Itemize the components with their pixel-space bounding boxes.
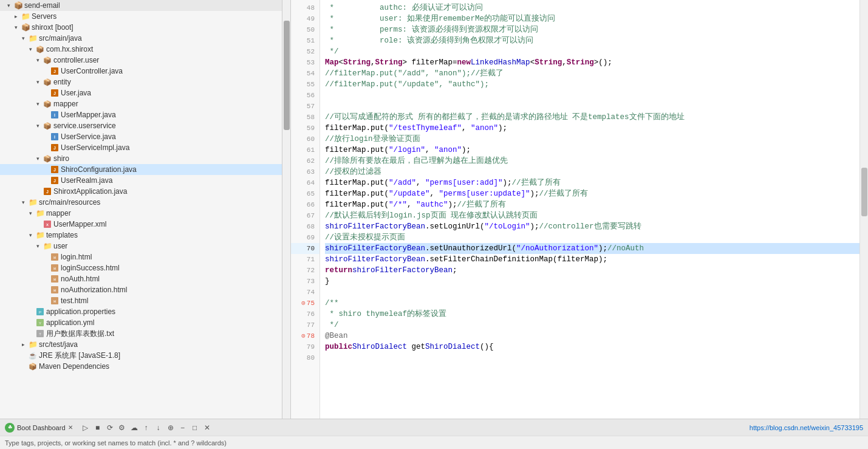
svg-text:H: H	[53, 267, 56, 270]
code-line-68: shiroFilterFactoryBean.setLoginUrl("/toL…	[325, 221, 859, 232]
svg-text:P: P	[39, 310, 41, 314]
tree-item-shiroxt[interactable]: ▾📦shiroxt [boot]	[0, 22, 282, 33]
toolbar-settings[interactable]: ⚙	[117, 422, 128, 433]
bottom-hint: Type tags, projects, or working set name…	[0, 436, 868, 449]
tree-item-send-email[interactable]: ▾📦send-email	[0, 0, 282, 11]
java-icon: J	[43, 187, 52, 196]
tree-item-label: send-email	[24, 1, 60, 10]
toolbar-minimize[interactable]: □	[190, 422, 200, 433]
toolbar-restart[interactable]: ⟳	[104, 422, 115, 433]
svg-text:Y: Y	[39, 321, 41, 325]
tree-item-ShiroxtApplication[interactable]: JShiroxtApplication.java	[0, 186, 282, 197]
line-number-67: 67	[291, 210, 320, 221]
tree-item-UserRealm[interactable]: JUserRealm.java	[0, 175, 282, 186]
toolbar-play[interactable]: ▷	[80, 422, 91, 433]
toolbar-add[interactable]: ⊕	[165, 422, 176, 433]
tree-item-application-yml[interactable]: Yapplication.yml	[0, 317, 282, 328]
tree-item-src-main-java[interactable]: ▾📁src/main/java	[0, 33, 282, 44]
tree-item-ShiroConfiguration[interactable]: JShiroConfiguration.java	[0, 164, 282, 175]
toolbar-cloud[interactable]: ☁	[129, 422, 140, 433]
tree-item-UserService-java[interactable]: IUserService.java	[0, 131, 282, 142]
chevron-icon: ▾	[36, 101, 43, 107]
status-link[interactable]: https://blog.csdn.net/weixin_45733195	[750, 424, 863, 431]
tree-item-src-test-java[interactable]: ▸📁src/test/java	[0, 339, 282, 350]
tree-item-user-data-txt[interactable]: T用户数据库表数据.txt	[0, 328, 282, 339]
code-line-73: }	[325, 276, 859, 287]
code-line-75: /**	[325, 298, 859, 309]
java-icon: J	[50, 143, 60, 153]
folder-icon: 📁	[21, 12, 30, 21]
svg-text:X: X	[46, 223, 49, 227]
tree-item-label: controller.user	[53, 56, 99, 64]
chevron-icon: ▸	[22, 341, 28, 348]
chevron-icon: ▾	[36, 243, 43, 249]
code-line-53: Map<String,String> filterMap=new LinkedH…	[325, 57, 859, 68]
line-number-69: 69	[291, 232, 320, 243]
tree-item-label: mapper	[53, 100, 78, 108]
toolbar-up[interactable]: ↑	[141, 422, 152, 433]
code-editor: 4849505152535455565758596061626364656667…	[291, 0, 868, 419]
tree-item-user-folder[interactable]: ▾📁user	[0, 241, 282, 252]
line-number-70: 70	[291, 243, 320, 254]
code-line-65: filterMap.put("/update", "perms[user:upd…	[325, 188, 859, 199]
code-line-59: filterMap.put("/testThymeleaf", "anon");	[325, 123, 859, 134]
tree-item-UserMapper-xml[interactable]: XUserMapper.xml	[0, 219, 282, 230]
toolbar-close[interactable]: ✕	[202, 422, 213, 433]
line-number-54: 54	[291, 68, 320, 79]
tree-item-service-userservice[interactable]: ▾📦service.userservice	[0, 120, 282, 131]
line-number-57: 57	[291, 101, 320, 112]
tree-item-User-java[interactable]: JUser.java	[0, 87, 282, 98]
tree-item-UserServiceImpl-java[interactable]: JUserServiceImpl.java	[0, 142, 282, 153]
toolbar-down[interactable]: ↓	[153, 422, 164, 433]
tree-item-entity[interactable]: ▾📦entity	[0, 77, 282, 87]
tree-item-shiro[interactable]: ▾📦shiro	[0, 153, 282, 164]
tree-item-test-html[interactable]: Htest.html	[0, 295, 282, 306]
tree-item-label: noAuthorization.html	[61, 286, 127, 294]
code-line-67: //默认拦截后转到login.jsp页面 现在修改默认认跳转页面	[325, 210, 859, 221]
tree-scrollbar[interactable]	[282, 0, 291, 419]
tree-item-noAuthorization-html[interactable]: HnoAuthorization.html	[0, 284, 282, 295]
code-line-48: * authc: 必须认证才可以访问	[325, 2, 859, 13]
folder-icon: 📁	[35, 208, 45, 218]
code-scrollbar[interactable]	[859, 0, 868, 419]
tree-item-application-properties[interactable]: Papplication.properties	[0, 306, 282, 317]
tree-item-maven-deps[interactable]: 📦Maven Dependencies	[0, 361, 282, 372]
code-line-60: //放行login登录验证页面	[325, 134, 859, 145]
line-number-49: 49	[291, 13, 320, 24]
line-number-76: 76	[291, 309, 320, 320]
line-number-52: 52	[291, 46, 320, 57]
tree-item-servers[interactable]: ▸📁Servers	[0, 11, 282, 22]
tree-item-mapper[interactable]: ▾📦mapper	[0, 98, 282, 109]
tree-item-com-hx-shiroxt[interactable]: ▾📦com.hx.shiroxt	[0, 44, 282, 55]
tree-item-loginSuccess-html[interactable]: HloginSuccess.html	[0, 262, 282, 273]
boot-dashboard-tab[interactable]: ☘ Boot Dashboard ✕	[5, 423, 73, 433]
tree-item-mapper-res[interactable]: ▾📁mapper	[0, 208, 282, 219]
tree-item-src-main-resources[interactable]: ▾📁src/main/resources	[0, 197, 282, 208]
toolbar-stop[interactable]: ■	[92, 422, 103, 433]
java-icon: J	[50, 176, 60, 185]
tree-item-label: src/main/java	[39, 34, 82, 43]
tree-item-label: JRE 系统库 [JavaSE-1.8]	[39, 351, 120, 361]
jre-icon: ☕	[28, 351, 38, 360]
tree-item-jre-sys[interactable]: ☕JRE 系统库 [JavaSE-1.8]	[0, 350, 282, 361]
tree-item-controller-user[interactable]: ▾📦controller.user	[0, 55, 282, 66]
line-number-78: ⊙78	[291, 331, 320, 341]
main-container: ▾📦send-email▸📁Servers▾📦shiroxt [boot]▾📁s…	[0, 0, 868, 419]
tree-item-label: test.html	[61, 296, 88, 305]
tree-item-login-html[interactable]: Hlogin.html	[0, 252, 282, 262]
tree-item-label: UserMapper.xml	[53, 220, 106, 228]
tree-item-label: com.hx.shiroxt	[46, 45, 93, 53]
chevron-icon: ▾	[29, 210, 35, 216]
chevron-icon: ▾	[36, 79, 43, 85]
svg-text:T: T	[39, 332, 41, 336]
tree-item-UserController[interactable]: JUserController.java	[0, 66, 282, 77]
tree-item-noAuth-html[interactable]: HnoAuth.html	[0, 273, 282, 284]
folder-icon: 📁	[43, 241, 52, 251]
tree-item-label: Maven Dependencies	[39, 362, 109, 371]
tree-item-templates[interactable]: ▾📁templates	[0, 230, 282, 241]
code-lines[interactable]: * authc: 必须认证才可以访问 * user: 如果使用rememberM…	[320, 0, 859, 419]
line-number-61: 61	[291, 145, 320, 156]
line-number-50: 50	[291, 24, 320, 35]
toolbar-minus[interactable]: −	[177, 422, 188, 433]
tree-item-UserMapper-java[interactable]: IUserMapper.java	[0, 109, 282, 120]
